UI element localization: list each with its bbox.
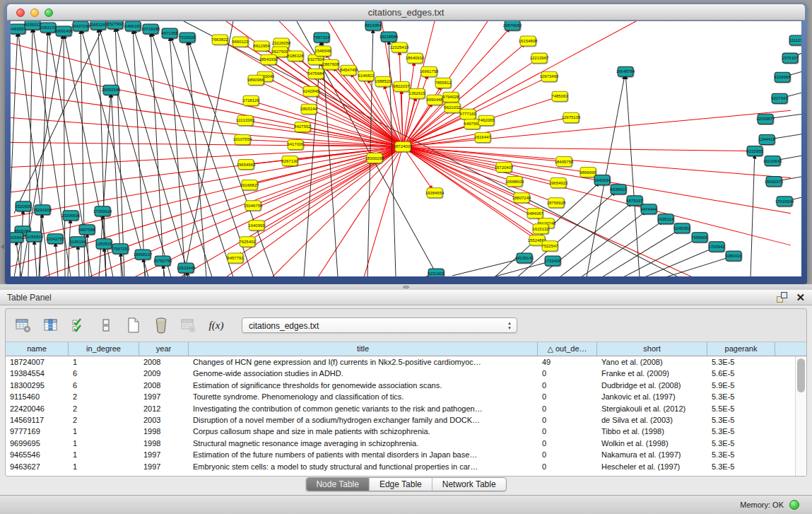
tab-network-table[interactable]: Network Table [433, 478, 506, 491]
cell-pagerank[interactable]: 5.3E-5 [707, 414, 775, 426]
network-node[interactable]: 8938923 [610, 185, 627, 194]
splitter-handle-icon[interactable] [403, 286, 409, 288]
select-columns-button[interactable] [69, 316, 88, 334]
network-node[interactable]: 15291902 [33, 205, 52, 215]
column-header-title[interactable]: title [189, 342, 538, 356]
cell-out-de-[interactable]: 49 [538, 356, 597, 368]
table-row[interactable]: 911546021997Tourette syndrome. Phenomeno… [6, 391, 795, 402]
column-header-in-degree[interactable]: in_degree [69, 342, 139, 356]
column-list-button[interactable] [97, 316, 115, 334]
network-node[interactable]: 18300295 [365, 153, 384, 163]
network-node[interactable]: 9997588 [78, 225, 95, 235]
cell-out-de-[interactable]: 0 [538, 414, 597, 426]
cell-short[interactable]: de Silva et al. (2003) [597, 414, 707, 426]
network-node[interactable]: 9245052 [673, 223, 690, 233]
close-panel-icon[interactable]: ✕ [796, 292, 805, 303]
cell-year[interactable]: 2012 [139, 403, 189, 414]
cell-pagerank[interactable]: 5.3E-5 [707, 391, 775, 402]
network-node[interactable]: 8186328 [287, 51, 304, 61]
cell-short[interactable]: Wolkin et al. (1998) [597, 438, 707, 449]
network-node[interactable]: 1546546 [314, 46, 331, 56]
network-node[interactable]: 7957224 [313, 33, 330, 42]
network-node[interactable]: 16210643 [763, 156, 782, 166]
table-row[interactable]: 946554611997Estimation of the future num… [6, 449, 795, 460]
cell-title[interactable]: Disruption of a novel member of a sodium… [189, 414, 538, 426]
network-node[interactable]: 20206506 [61, 211, 81, 221]
cell-short[interactable]: Tibbo et al. (1998) [597, 426, 707, 437]
network-node[interactable]: 19958107 [134, 250, 153, 259]
network-node[interactable]: 2867608 [322, 59, 339, 69]
cell-out-de-[interactable]: 0 [538, 449, 597, 460]
cell-year[interactable]: 2009 [139, 368, 189, 379]
cell-out-de-[interactable]: 0 [538, 380, 597, 391]
network-node[interactable]: 9231603 [428, 269, 445, 276]
table-row[interactable]: 969969511998Structural magnetic resonanc… [6, 438, 795, 449]
network-node[interactable]: 17957253 [111, 244, 130, 254]
cell-title[interactable]: Investigating the contribution of common… [189, 403, 538, 414]
network-node[interactable]: 8215955 [746, 146, 763, 156]
network-node[interactable]: 4671358 [161, 28, 178, 38]
network-node[interactable]: 9794028 [442, 92, 459, 102]
cell-pagerank[interactable]: 5.5E-5 [707, 403, 775, 414]
network-node[interactable]: 9380410 [725, 251, 742, 261]
network-node[interactable]: 9457791 [227, 253, 244, 263]
tab-edge-table[interactable]: Edge Table [370, 478, 433, 491]
cell-name[interactable]: 9465546 [6, 449, 69, 460]
table-row[interactable]: 946362711997Embryonic stem cells: a mode… [6, 461, 795, 472]
network-node[interactable]: 9227343 [771, 93, 788, 103]
network-node[interactable]: 19654963 [237, 160, 256, 170]
table-select-dropdown[interactable]: citations_edges.txt ▲▼ [242, 317, 517, 333]
cell-year[interactable]: 2008 [139, 356, 189, 368]
network-node[interactable]: 2616447 [474, 132, 491, 142]
network-node[interactable]: 9890966 [247, 75, 264, 85]
cell-in-degree[interactable]: 1 [69, 449, 139, 460]
cell-in-degree[interactable]: 6 [69, 368, 139, 379]
cell-title[interactable]: Estimation of the future numbers of pati… [189, 449, 538, 460]
cell-in-degree[interactable]: 1 [69, 356, 139, 368]
cell-title[interactable]: Tourette syndrome. Phenomenology and cla… [189, 391, 538, 402]
network-node[interactable]: 7515526 [179, 33, 196, 42]
create-column-button[interactable] [124, 316, 143, 334]
table-settings-button[interactable] [14, 316, 33, 334]
cell-title[interactable]: Corpus callosum shape and size in male p… [189, 426, 538, 437]
network-node[interactable]: 15720407 [495, 163, 514, 173]
network-node[interactable]: 11156819 [25, 232, 43, 242]
cell-year[interactable]: 2003 [139, 414, 189, 426]
cell-out-de-[interactable]: 0 [538, 403, 597, 414]
network-canvas[interactable]: 1872400796601238912954232260589627509818… [11, 21, 801, 276]
network-node[interactable]: 20053346 [102, 85, 121, 95]
network-node[interactable]: 1575107 [782, 53, 799, 63]
network-node[interactable]: 7625402 [239, 237, 256, 247]
table-row[interactable]: 2242004622012Investigating the contribut… [6, 403, 795, 414]
network-node[interactable]: 18807249 [512, 193, 531, 203]
vertical-scrollbar[interactable] [795, 356, 806, 476]
network-node[interactable]: 9899695 [579, 168, 596, 177]
network-view[interactable]: 1872400796601238912954232260589627509818… [11, 21, 801, 276]
network-node[interactable]: 12093877 [756, 114, 775, 124]
cell-title[interactable]: Estimation of significance thresholds fo… [189, 380, 538, 391]
column-header-year[interactable]: year [139, 342, 189, 356]
network-node[interactable]: 15692971 [765, 177, 784, 187]
cell-short[interactable]: Jankovic et al. (1997) [597, 391, 707, 402]
table-row[interactable]: 1830029562008Estimation of significance … [6, 380, 795, 391]
network-node[interactable]: 2935114 [658, 214, 675, 224]
network-node[interactable]: 9822037 [393, 81, 410, 91]
cell-name[interactable]: 9699695 [6, 438, 69, 449]
scrollbar-thumb[interactable] [797, 358, 805, 392]
network-node[interactable]: 17359924 [93, 206, 112, 216]
table-row[interactable]: 1872400712008Changes of HCN gene express… [6, 356, 795, 368]
panel-splitter[interactable] [0, 284, 812, 290]
cell-in-degree[interactable]: 2 [69, 403, 139, 414]
network-node[interactable]: 18724007 [394, 141, 413, 151]
network-node[interactable]: 10973493 [540, 71, 559, 81]
network-node[interactable]: 1111235 [789, 35, 801, 45]
network-node[interactable]: 6466160 [124, 21, 141, 31]
delete-table-button[interactable] [180, 316, 198, 334]
cell-pagerank[interactable]: 5.3E-5 [707, 461, 775, 472]
cell-pagerank[interactable]: 5.3E-5 [707, 426, 775, 437]
memory-status-icon[interactable] [789, 500, 799, 510]
network-node[interactable]: 9777169 [459, 109, 476, 119]
network-node[interactable]: 19218586 [379, 32, 399, 42]
network-node[interactable]: 9242848 [302, 86, 319, 96]
cell-out-de-[interactable]: 0 [538, 438, 597, 449]
